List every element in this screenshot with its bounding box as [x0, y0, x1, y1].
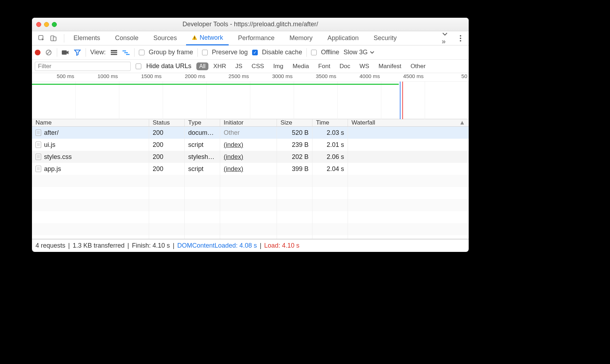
tab-console[interactable]: Console [109, 31, 144, 45]
cell-status: 200 [149, 127, 185, 139]
initiator-link[interactable]: (index) [224, 141, 243, 148]
tab-memory[interactable]: Memory [284, 31, 318, 45]
svg-rect-2 [53, 37, 56, 41]
throttling-value: Slow 3G [344, 49, 368, 56]
filter-type-manifest[interactable]: Manifest [378, 63, 401, 70]
col-status[interactable]: Status [149, 119, 185, 126]
timeline-tick: 3500 ms [294, 73, 338, 81]
filter-input[interactable] [35, 62, 131, 71]
tab-elements[interactable]: Elements [68, 31, 106, 45]
cell-time: 2.03 s [312, 127, 348, 139]
record-button[interactable] [35, 50, 40, 55]
cell-status: 200 [149, 163, 185, 175]
timeline-tick: 1000 ms [76, 73, 119, 81]
svg-rect-11 [111, 50, 117, 51]
col-initiator[interactable]: Initiator [220, 119, 277, 126]
initiator-link[interactable]: (index) [224, 153, 243, 160]
timeline-activity-bar [32, 84, 399, 85]
filter-type-all[interactable]: All [196, 62, 208, 70]
waterfall-view-icon[interactable] [122, 49, 130, 56]
svg-rect-13 [111, 54, 117, 55]
timeline-tick: 50 [425, 73, 469, 81]
chevron-down-icon [370, 51, 374, 54]
timeline-load-marker [402, 82, 403, 119]
table-row[interactable]: styles.css200stylesh…(index)202 B2.06 s [32, 151, 469, 163]
clear-icon[interactable] [45, 49, 53, 56]
col-waterfall[interactable]: Waterfall▲ [348, 119, 469, 126]
panel-tabs: ElementsConsoleSourcesNetworkPerformance… [32, 31, 469, 45]
filter-type-css[interactable]: CSS [252, 63, 264, 70]
view-label: View: [90, 49, 106, 56]
offline-checkbox[interactable] [311, 50, 317, 55]
cell-initiator: (index) [220, 151, 277, 163]
table-row-empty [32, 175, 469, 187]
cell-initiator: (index) [220, 139, 277, 151]
tabs-overflow-button[interactable]: » [438, 31, 452, 45]
tab-network[interactable]: Network [186, 31, 229, 45]
preserve-log-label: Preserve log [212, 49, 248, 56]
col-size[interactable]: Size [277, 119, 312, 126]
timeline-tick: 1500 ms [119, 73, 163, 81]
svg-point-7 [460, 40, 461, 42]
tab-performance[interactable]: Performance [232, 31, 280, 45]
timeline-overview[interactable]: 500 ms1000 ms1500 ms2000 ms2500 ms3000 m… [32, 73, 469, 119]
filter-type-font[interactable]: Font [318, 63, 330, 70]
window-title: Developer Tools - https://preload.glitch… [32, 21, 469, 28]
cell-type: stylesh… [185, 151, 220, 163]
timeline-ticks: 500 ms1000 ms1500 ms2000 ms2500 ms3000 m… [32, 73, 469, 82]
requests-table: Name Status Type Initiator Size Time Wat… [32, 119, 469, 239]
tab-security[interactable]: Security [368, 31, 402, 45]
camera-icon[interactable] [61, 49, 69, 56]
svg-rect-3 [194, 37, 195, 38]
table-row-empty [32, 187, 469, 199]
settings-kebab-icon[interactable] [455, 35, 466, 42]
filter-type-xhr[interactable]: XHR [213, 63, 226, 70]
svg-line-9 [47, 51, 50, 54]
status-finish: Finish: 4.10 s [132, 242, 170, 249]
inspect-element-icon[interactable] [38, 34, 45, 42]
col-type[interactable]: Type [185, 119, 220, 126]
filter-type-js[interactable]: JS [235, 63, 243, 70]
timeline-dcl-marker [400, 82, 401, 119]
filter-type-media[interactable]: Media [293, 63, 309, 70]
svg-point-6 [460, 38, 461, 39]
group-by-frame-checkbox[interactable] [139, 50, 145, 55]
table-row[interactable]: after/200docum…Other520 B2.03 s [32, 127, 469, 139]
col-time[interactable]: Time [312, 119, 348, 126]
cell-type: script [185, 139, 220, 151]
status-dcl: DOMContentLoaded: 4.08 s [177, 242, 257, 249]
cell-size: 239 B [277, 139, 312, 151]
cell-status: 200 [149, 151, 185, 163]
filter-type-doc[interactable]: Doc [339, 63, 350, 70]
cell-name: styles.css [32, 151, 149, 163]
col-name[interactable]: Name [32, 119, 149, 126]
document-icon [36, 129, 41, 136]
document-icon [36, 154, 41, 160]
timeline-tick: 2500 ms [207, 73, 250, 81]
warning-icon [192, 35, 197, 40]
filter-bar: Hide data URLs All XHRJSCSSImgMediaFontD… [32, 60, 469, 73]
filter-type-ws[interactable]: WS [360, 63, 369, 70]
cell-time: 2.01 s [312, 139, 348, 151]
tab-sources[interactable]: Sources [148, 31, 183, 45]
filter-type-other[interactable]: Other [410, 63, 426, 70]
filter-icon[interactable] [73, 49, 81, 56]
initiator-link[interactable]: (index) [224, 165, 243, 172]
timeline-tick: 4000 ms [338, 73, 381, 81]
large-rows-icon[interactable] [110, 49, 118, 56]
table-row[interactable]: app.js200script(index)399 B2.04 s [32, 163, 469, 175]
timeline-tick: 2000 ms [163, 73, 207, 81]
cell-name: app.js [32, 163, 149, 175]
device-toolbar-icon[interactable] [50, 34, 58, 42]
filter-type-img[interactable]: Img [273, 63, 283, 70]
svg-rect-4 [194, 39, 195, 39]
disable-cache-checkbox[interactable]: ✓ [252, 50, 258, 55]
table-row[interactable]: ui.js200script(index)239 B2.01 s [32, 139, 469, 151]
document-icon [36, 142, 41, 148]
hide-data-urls-checkbox[interactable] [136, 64, 141, 69]
tab-application[interactable]: Application [322, 31, 364, 45]
svg-rect-10 [62, 50, 67, 55]
table-header: Name Status Type Initiator Size Time Wat… [32, 119, 469, 127]
preserve-log-checkbox[interactable] [202, 50, 208, 55]
throttling-select[interactable]: Slow 3G [344, 49, 374, 56]
